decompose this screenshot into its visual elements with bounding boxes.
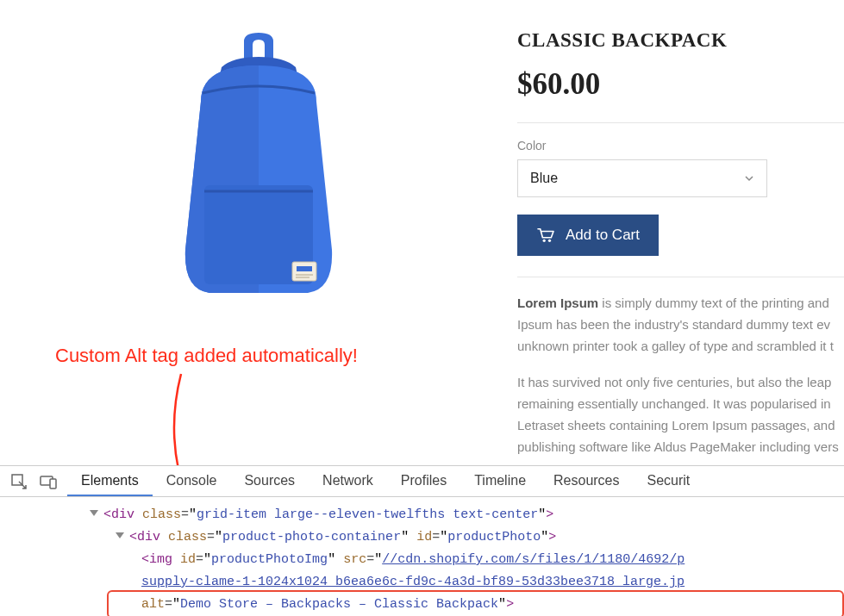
code-line: <img id="productPhotoImg" src="//cdn.sho… [90,549,844,571]
color-select-value: Blue [530,171,558,186]
add-to-cart-label: Add to Cart [566,227,640,244]
devtools-tab-timeline[interactable]: Timeline [460,466,540,496]
devtools-tab-elements[interactable]: Elements [67,466,153,496]
device-icon[interactable] [40,473,57,490]
description-paragraph-2: It has survived not only five centuries,… [517,372,844,457]
attr-value: supply-clame-1-1024x1024_b6ea6e6c-fd9c-4… [141,575,685,589]
product-image-column [0,9,517,465]
code-line: supply-clame-1-1024x1024_b6ea6e6c-fd9c-4… [90,571,844,594]
product-info-column: CLASSIC BACKPACK $60.00 Color Blue Add t… [517,9,844,465]
svg-point-6 [548,240,551,242]
desc-strong: Lorem Ipsum [517,296,598,310]
color-label: Color [517,139,844,152]
devtools-tabbar: ElementsConsoleSourcesNetworkProfilesTim… [0,466,844,497]
svg-rect-9 [50,479,56,488]
product-price: $60.00 [517,67,844,102]
elements-code-panel[interactable]: <div class="grid-item large--eleven-twel… [0,497,844,616]
devtools-tab-resources[interactable]: Resources [540,466,633,496]
devtools-tab-sources[interactable]: Sources [230,466,309,496]
code-line: <div class="grid-item large--eleven-twel… [90,504,844,526]
product-image [116,26,401,310]
devtools-tab-securit[interactable]: Securit [634,466,704,496]
devtools-tab-profiles[interactable]: Profiles [387,466,460,496]
divider [517,277,844,277]
svg-point-5 [543,240,546,242]
devtools-tab-network[interactable]: Network [309,466,387,496]
inspect-icon[interactable] [10,473,28,490]
devtools-panel: ElementsConsoleSourcesNetworkProfilesTim… [0,465,844,616]
attr-value: product-photo-container [222,530,401,544]
cart-icon [536,227,555,243]
devtools-icon-group [0,473,67,490]
annotation-callout: Custom Alt tag added automatically! [55,345,358,367]
product-title: CLASSIC BACKPACK [517,29,844,52]
devtools-tabs: ElementsConsoleSourcesNetworkProfilesTim… [67,466,703,496]
attr-value: //cdn.shopify.com/s/files/1/1180/4692/p [382,552,685,567]
devtools-tab-console[interactable]: Console [153,466,231,496]
svg-rect-2 [297,266,312,271]
code-line: <div class="product-photo-container" id=… [90,526,844,549]
chevron-down-icon [744,173,754,184]
attr-value: productPhotoImg [211,552,328,567]
divider [517,122,844,123]
description-paragraph-1: Lorem Ipsum is simply dummy text of the … [517,293,844,357]
color-select-wrap: Blue [517,159,767,197]
color-select[interactable]: Blue [517,159,767,197]
code-line: alt="Demo Store – Backpacks – Classic Ba… [90,594,844,616]
add-to-cart-button[interactable]: Add to Cart [517,215,659,256]
attr-value: Demo Store – Backpacks – Classic Backpac… [180,597,498,612]
attr-value: grid-item large--eleven-twelfths text-ce… [197,507,538,522]
attr-value: productPhoto [447,530,541,544]
